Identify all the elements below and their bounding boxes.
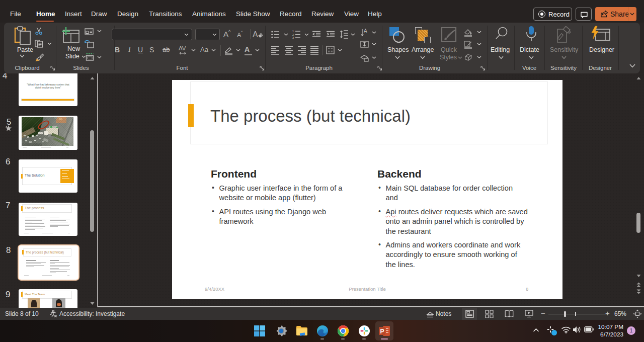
svg-text:A: A: [364, 28, 367, 34]
svg-text:A: A: [253, 30, 258, 39]
svg-text:1: 1: [292, 30, 294, 33]
svg-text:AV: AV: [179, 45, 186, 51]
svg-text:2: 2: [292, 33, 294, 36]
svg-text:P: P: [380, 328, 384, 335]
svg-text:3: 3: [292, 36, 294, 39]
